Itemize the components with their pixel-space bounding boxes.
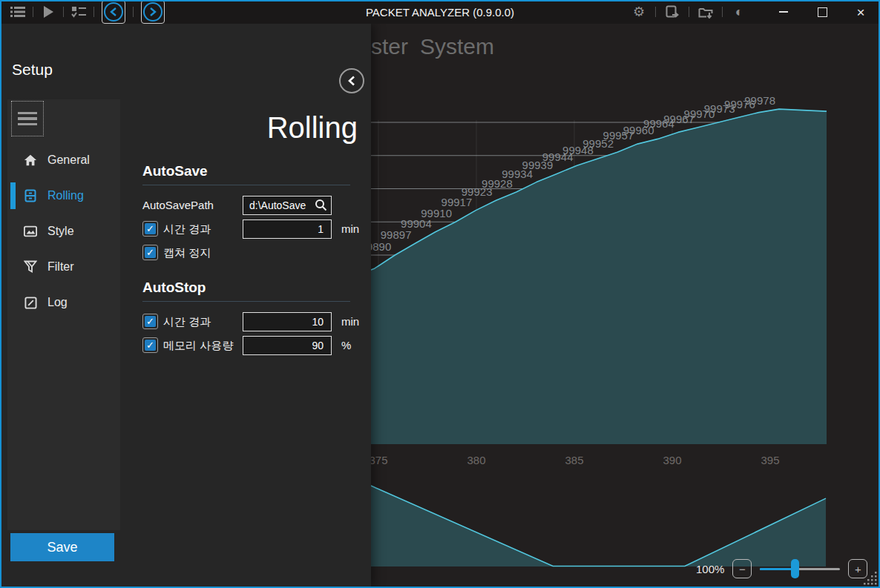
theme-contrast-icon[interactable]: ◐ <box>732 4 746 19</box>
autostop-time-label: 시간 경과 <box>163 315 211 329</box>
autosave-heading: AutoSave <box>142 163 208 179</box>
autosave-time-input[interactable] <box>243 219 332 239</box>
maximize-button[interactable] <box>815 4 830 19</box>
background-tab-partial[interactable]: ster <box>371 34 408 59</box>
play-icon[interactable] <box>41 4 56 19</box>
autosave-time-row: ✓ 시간 경과 min <box>142 219 359 239</box>
svg-text:380: 380 <box>467 454 485 466</box>
svg-text:99944: 99944 <box>542 151 574 163</box>
settings-gear-icon[interactable]: ⚙ <box>631 4 646 19</box>
separator <box>722 7 723 17</box>
svg-text:395: 395 <box>761 454 779 466</box>
svg-text:99910: 99910 <box>421 207 452 219</box>
export-save-icon[interactable] <box>665 4 680 19</box>
memory-usage-checkbox[interactable]: ✓ <box>142 337 158 353</box>
search-icon[interactable] <box>315 199 327 211</box>
background-tab-system[interactable]: System <box>420 34 494 59</box>
log-edit-icon <box>24 296 37 309</box>
svg-text:385: 385 <box>565 454 583 466</box>
page-title: Rolling <box>267 111 358 145</box>
sidebar-item-label: General <box>47 153 90 167</box>
sidebar-item-filter[interactable]: Filter <box>7 249 120 285</box>
sidebar-item-label: Filter <box>47 260 74 274</box>
separator <box>133 7 134 17</box>
sidebar-item-rolling[interactable]: Rolling <box>7 178 120 214</box>
task-list-icon[interactable] <box>71 4 86 19</box>
area-line <box>371 109 827 270</box>
resize-grip[interactable] <box>863 571 878 586</box>
svg-text:390: 390 <box>663 454 681 466</box>
sidebar-item-general[interactable]: General <box>7 142 120 178</box>
titlebar: PACKET ANALYZER (0.9.0.0) ⚙ ◐ <box>0 0 880 24</box>
memory-usage-label: 메모리 사용량 <box>163 339 233 353</box>
separator <box>689 7 689 17</box>
memory-usage-input[interactable] <box>243 336 332 355</box>
svg-text:375: 375 <box>369 454 387 466</box>
autosave-path-label: AutoSavePath <box>142 199 214 211</box>
zoom-slider[interactable] <box>760 559 840 578</box>
autosave-time-label: 시간 경과 <box>163 222 211 237</box>
hamburger-menu-button[interactable] <box>11 101 44 136</box>
svg-text:99973: 99973 <box>704 102 735 115</box>
autostop-time-unit: min <box>341 315 359 328</box>
home-icon <box>24 153 37 167</box>
svg-text:99948: 99948 <box>562 144 594 156</box>
save-button[interactable]: Save <box>10 533 114 561</box>
svg-text:99923: 99923 <box>462 185 493 198</box>
zoom-level-label: 100% <box>696 563 724 575</box>
capture-stop-checkbox[interactable]: ✓ <box>142 245 158 260</box>
autosave-capture-stop-row: ✓ 캡쳐 정지 <box>142 243 359 262</box>
capture-stop-label: 캡쳐 정지 <box>163 246 211 260</box>
setup-nav: General Rolling <box>7 142 120 320</box>
autosave-time-unit: min <box>341 222 359 235</box>
next-button-focus <box>141 0 165 24</box>
sidebar-item-style[interactable]: Style <box>7 214 120 249</box>
svg-text:99967: 99967 <box>663 113 695 125</box>
background-tab-strip: ster System <box>371 34 494 59</box>
image-icon <box>24 225 37 238</box>
svg-text:99939: 99939 <box>522 159 554 171</box>
svg-text:99952: 99952 <box>582 137 614 150</box>
svg-text:99928: 99928 <box>482 177 513 190</box>
autostop-time-row: ✓ 시간 경과 min <box>142 312 359 331</box>
active-accent-bar <box>10 182 16 209</box>
setup-panel: Setup General <box>1 24 371 587</box>
sidebar-item-label: Rolling <box>47 189 84 202</box>
autostop-time-input[interactable] <box>243 312 332 331</box>
circle-chevron-right-button[interactable] <box>143 2 162 22</box>
circle-chevron-left-button[interactable] <box>104 2 123 22</box>
close-button[interactable]: × <box>853 4 868 19</box>
app-window: 9988299890998979990499910999179992399928… <box>0 0 880 588</box>
svg-text:99978: 99978 <box>744 94 775 107</box>
autosave-path-row: AutoSavePath <box>142 196 359 215</box>
autosave-time-checkbox[interactable]: ✓ <box>142 221 158 237</box>
svg-text:99964: 99964 <box>643 117 674 130</box>
panel-title: Setup <box>12 61 53 79</box>
autostop-memory-row: ✓ 메모리 사용량 % <box>142 336 359 355</box>
separator <box>63 7 64 17</box>
separator <box>93 7 94 17</box>
funnel-icon <box>24 260 37 274</box>
svg-text:99904: 99904 <box>401 217 432 230</box>
folder-download-icon[interactable] <box>698 4 713 19</box>
separator <box>33 7 33 17</box>
slider-thumb[interactable] <box>791 559 799 578</box>
svg-text:99917: 99917 <box>441 196 473 208</box>
divider <box>142 301 350 302</box>
svg-text:99970: 99970 <box>684 108 715 120</box>
memory-usage-unit: % <box>341 339 351 351</box>
autostop-heading: AutoStop <box>142 280 206 296</box>
overview-area-fill <box>371 486 826 566</box>
overview-area-line <box>371 486 826 566</box>
svg-text:99957: 99957 <box>603 129 634 142</box>
autostop-time-checkbox[interactable]: ✓ <box>142 314 158 329</box>
collapse-panel-button[interactable] <box>339 68 364 93</box>
area-fill <box>371 109 827 444</box>
list-menu-icon[interactable] <box>10 4 25 19</box>
zoom-out-button[interactable]: − <box>732 559 752 578</box>
rolling-drawer-icon <box>24 189 37 202</box>
sidebar-item-label: Log <box>47 296 68 309</box>
sidebar-item-log[interactable]: Log <box>7 285 120 320</box>
minimize-button[interactable] <box>776 4 791 19</box>
sidebar-item-label: Style <box>47 225 74 238</box>
